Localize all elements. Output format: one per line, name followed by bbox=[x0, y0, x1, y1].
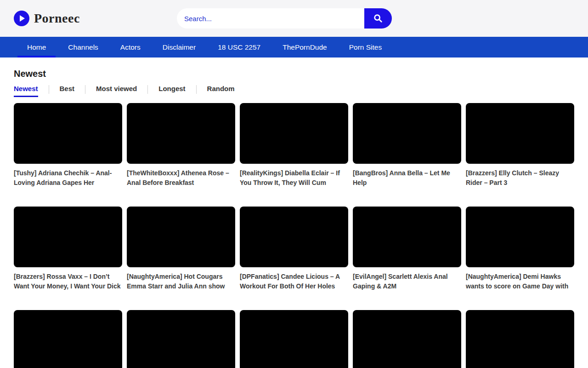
tab-longest[interactable]: Longest bbox=[158, 85, 185, 97]
site-logo-text: Porneec bbox=[34, 11, 80, 26]
search-icon bbox=[373, 13, 383, 23]
video-card[interactable] bbox=[14, 310, 122, 368]
tab-most-viewed[interactable]: Most viewed bbox=[96, 85, 137, 97]
video-thumbnail[interactable] bbox=[466, 207, 574, 267]
video-thumbnail[interactable] bbox=[353, 207, 461, 267]
video-card[interactable]: [RealityKings] Diabella Eclair – If You … bbox=[240, 103, 348, 188]
video-title[interactable]: [Brazzers] Rossa Vaxx – I Don’t Want You… bbox=[14, 272, 122, 291]
video-title[interactable]: [TheWhiteBoxxx] Athenea Rose – Anal Befo… bbox=[127, 168, 235, 188]
video-title[interactable]: [RealityKings] Diabella Eclair – If You … bbox=[240, 168, 348, 188]
video-card[interactable] bbox=[466, 310, 574, 368]
video-card[interactable]: [Brazzers] Rossa Vaxx – I Don’t Want You… bbox=[14, 207, 122, 291]
video-title[interactable]: [NaughtyAmerica] Hot Cougars Emma Starr … bbox=[127, 272, 235, 291]
nav-item-actors[interactable]: Actors bbox=[111, 37, 150, 58]
play-icon bbox=[14, 11, 29, 26]
video-title[interactable]: [BangBros] Anna Bella – Let Me Help bbox=[353, 168, 461, 188]
video-card[interactable] bbox=[353, 310, 461, 368]
nav-item-channels[interactable]: Channels bbox=[58, 37, 108, 58]
video-card[interactable]: [EvilAngel] Scarlett Alexis Anal Gaping … bbox=[353, 207, 461, 291]
search-input[interactable] bbox=[177, 8, 364, 29]
video-thumbnail[interactable] bbox=[240, 207, 348, 267]
video-thumbnail[interactable] bbox=[127, 207, 235, 267]
search-button[interactable] bbox=[364, 8, 392, 29]
video-thumbnail[interactable] bbox=[353, 103, 461, 164]
sort-tabs: Newest Best Most viewed Longest Random bbox=[14, 85, 574, 97]
video-card[interactable]: [Tushy] Adriana Chechik – Anal-Loving Ad… bbox=[14, 103, 122, 188]
video-thumbnail[interactable] bbox=[240, 103, 348, 164]
video-grid: [Tushy] Adriana Chechik – Anal-Loving Ad… bbox=[14, 103, 574, 368]
video-card[interactable]: [BangBros] Anna Bella – Let Me Help bbox=[353, 103, 461, 188]
video-thumbnail[interactable] bbox=[240, 310, 348, 368]
tab-divider bbox=[85, 85, 85, 94]
video-thumbnail[interactable] bbox=[466, 103, 574, 164]
tab-best[interactable]: Best bbox=[60, 85, 75, 97]
site-header: Porneec bbox=[0, 0, 588, 37]
video-card[interactable] bbox=[240, 310, 348, 368]
search-bar bbox=[177, 8, 392, 29]
tab-random[interactable]: Random bbox=[207, 85, 235, 97]
tab-divider bbox=[196, 85, 197, 94]
site-logo[interactable]: Porneec bbox=[14, 11, 80, 26]
page-title: Newest bbox=[14, 69, 574, 79]
video-thumbnail[interactable] bbox=[14, 310, 122, 368]
video-title[interactable]: [DPFanatics] Candee Licious – A Workout … bbox=[240, 272, 348, 291]
video-title[interactable]: [EvilAngel] Scarlett Alexis Anal Gaping … bbox=[353, 272, 461, 291]
video-title[interactable]: [NaughtyAmerica] Demi Hawks wants to sco… bbox=[466, 272, 574, 291]
nav-item-18-usc-2257[interactable]: 18 USC 2257 bbox=[208, 37, 270, 58]
video-thumbnail[interactable] bbox=[14, 103, 122, 164]
tab-divider bbox=[147, 85, 148, 94]
video-card[interactable]: [TheWhiteBoxxx] Athenea Rose – Anal Befo… bbox=[127, 103, 235, 188]
main-content: Newest Newest Best Most viewed Longest R… bbox=[0, 69, 588, 368]
main-nav: Home Channels Actors Disclaimer 18 USC 2… bbox=[0, 37, 588, 58]
video-title[interactable]: [Brazzers] Elly Clutch – Sleazy Rider – … bbox=[466, 168, 574, 188]
video-title[interactable]: [Tushy] Adriana Chechik – Anal-Loving Ad… bbox=[14, 168, 122, 188]
nav-item-disclaimer[interactable]: Disclaimer bbox=[153, 37, 205, 58]
nav-item-theporndude[interactable]: ThePornDude bbox=[273, 37, 337, 58]
video-card[interactable] bbox=[127, 310, 235, 368]
tab-newest[interactable]: Newest bbox=[14, 85, 38, 97]
video-card[interactable]: [Brazzers] Elly Clutch – Sleazy Rider – … bbox=[466, 103, 574, 188]
video-card[interactable]: [DPFanatics] Candee Licious – A Workout … bbox=[240, 207, 348, 291]
video-thumbnail[interactable] bbox=[14, 207, 122, 267]
video-thumbnail[interactable] bbox=[127, 310, 235, 368]
tab-divider bbox=[49, 85, 49, 94]
video-thumbnail[interactable] bbox=[353, 310, 461, 368]
video-thumbnail[interactable] bbox=[127, 103, 235, 164]
nav-item-home[interactable]: Home bbox=[17, 37, 56, 58]
nav-item-porn-sites[interactable]: Porn Sites bbox=[339, 37, 392, 58]
video-card[interactable]: [NaughtyAmerica] Demi Hawks wants to sco… bbox=[466, 207, 574, 291]
video-thumbnail[interactable] bbox=[466, 310, 574, 368]
video-card[interactable]: [NaughtyAmerica] Hot Cougars Emma Starr … bbox=[127, 207, 235, 291]
